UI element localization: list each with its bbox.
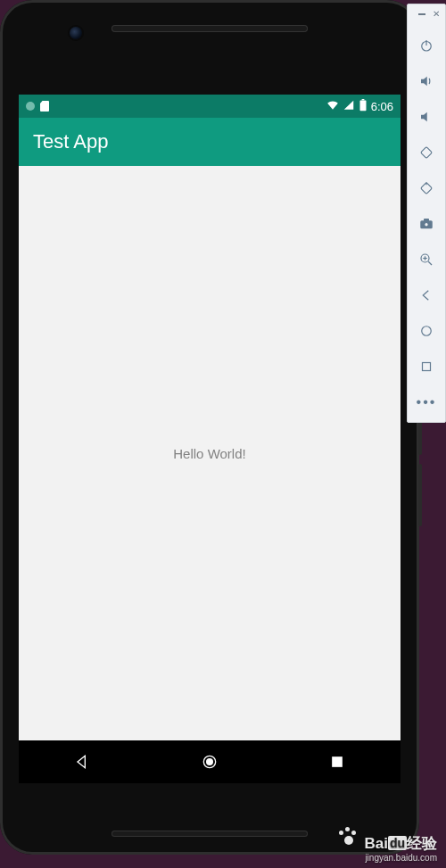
svg-rect-13 xyxy=(423,363,431,371)
nav-back-icon[interactable] xyxy=(64,744,100,780)
app-body: Hello World! xyxy=(19,166,401,740)
status-left xyxy=(26,101,49,112)
watermark: Baidu经验 jingyan.baidu.com xyxy=(364,836,437,863)
screenshot-icon[interactable] xyxy=(414,213,439,235)
emulator-toolbar: ✕ ••• xyxy=(407,4,446,423)
status-bar: 6:06 xyxy=(19,95,401,118)
nav-overview-icon[interactable] xyxy=(319,744,355,780)
front-camera xyxy=(70,27,82,39)
wifi-icon xyxy=(326,99,339,114)
earpiece-speaker xyxy=(112,25,308,32)
svg-rect-14 xyxy=(359,100,366,111)
nav-home-icon[interactable] xyxy=(192,744,227,780)
svg-line-9 xyxy=(428,261,432,265)
home-icon[interactable] xyxy=(414,320,439,342)
svg-point-6 xyxy=(425,223,429,227)
hello-text: Hello World! xyxy=(173,446,245,461)
svg-rect-2 xyxy=(421,147,433,159)
app-bar: Test App xyxy=(19,118,401,166)
watermark-line1: Baidu经验 xyxy=(364,836,437,853)
svg-rect-18 xyxy=(332,756,343,767)
phone-frame: 6:06 Test App Hello World! xyxy=(0,0,419,855)
rotate-left-icon[interactable] xyxy=(414,142,439,163)
status-notification-icon xyxy=(26,102,35,111)
watermark-text: du xyxy=(388,836,407,850)
volume-down-icon[interactable] xyxy=(414,106,439,128)
rotate-right-icon[interactable] xyxy=(414,178,439,199)
side-button xyxy=(418,419,422,455)
navigation-bar xyxy=(19,740,401,783)
watermark-text: Bai xyxy=(364,835,387,852)
side-button xyxy=(418,464,422,526)
power-icon[interactable] xyxy=(414,35,439,56)
svg-rect-15 xyxy=(361,99,364,100)
close-icon[interactable]: ✕ xyxy=(433,10,440,19)
phone-screen: 6:06 Test App Hello World! xyxy=(19,95,401,783)
volume-up-icon[interactable] xyxy=(414,70,439,92)
battery-icon xyxy=(359,99,368,114)
app-title: Test App xyxy=(33,130,108,153)
overview-icon[interactable] xyxy=(414,356,439,377)
bottom-speaker xyxy=(112,831,308,837)
toolbar-titlebar: ✕ xyxy=(408,10,445,21)
svg-rect-7 xyxy=(424,219,429,221)
svg-point-17 xyxy=(207,759,213,765)
status-clock: 6:06 xyxy=(371,100,393,113)
watermark-text: 经验 xyxy=(407,835,437,852)
svg-point-12 xyxy=(422,327,432,336)
watermark-line2: jingyan.baidu.com xyxy=(364,853,437,863)
minimize-icon[interactable] xyxy=(418,13,425,15)
back-icon[interactable] xyxy=(414,285,439,306)
paw-icon xyxy=(337,827,357,847)
status-right: 6:06 xyxy=(326,99,393,114)
more-icon[interactable]: ••• xyxy=(414,392,439,413)
cell-signal-icon xyxy=(343,99,355,114)
sd-card-icon xyxy=(40,101,49,112)
zoom-icon[interactable] xyxy=(414,249,439,270)
